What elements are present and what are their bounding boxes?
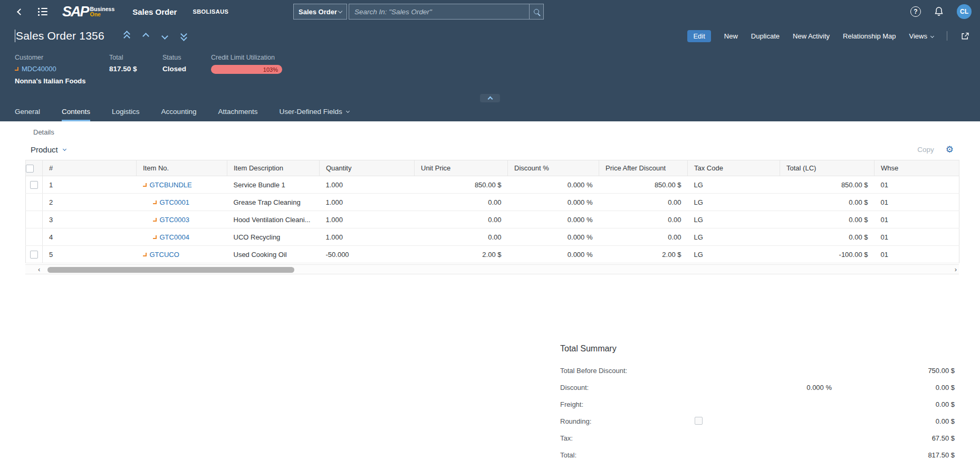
tab-attachments[interactable]: Attachments <box>218 102 257 121</box>
column-header-num[interactable]: # <box>43 160 137 176</box>
column-header-unit-price[interactable]: Unit Price <box>415 160 508 176</box>
tab-general[interactable]: General <box>15 102 40 121</box>
cell-total-lc: 0.00 $ <box>780 211 875 228</box>
column-header-price-after-discount[interactable]: Price After Discount <box>599 160 688 176</box>
object-title-row: Sales Order 1356 Edit New Duplicate New … <box>0 23 980 49</box>
notifications-button[interactable] <box>934 6 944 17</box>
table-row: 4 GTC0004 UCO Recycling 1.000 0.00 0.000… <box>26 228 959 246</box>
column-header-item-description[interactable]: Item Description <box>227 160 320 176</box>
tab-user-defined-fields[interactable]: User-Defined Fields <box>279 102 349 121</box>
cell-unit-price: 0.00 <box>415 194 508 211</box>
search-scope-select[interactable]: Sales Order <box>293 4 347 20</box>
cell-item-no: GTC0004 <box>137 228 227 246</box>
cell-tax-code: LG <box>688 211 780 228</box>
select-all-checkbox[interactable] <box>26 165 34 173</box>
column-header-quantity[interactable]: Quantity <box>320 160 415 176</box>
shell-right-icons: ? CL <box>910 0 972 23</box>
item-link[interactable]: GTCUCO <box>150 251 179 259</box>
fact-customer: Customer MDC40000 Nonna's Italian Foods <box>15 54 109 102</box>
cell-unit-price: 2.00 $ <box>415 246 508 263</box>
shell-search: Sales Order <box>293 4 544 20</box>
system-id: SBOLISAUS <box>193 8 228 15</box>
cell-item-description: Used Cooking Oil <box>227 246 320 263</box>
cell-item-no: GTCBUNDLE <box>137 176 227 194</box>
tab-bar: General Contents Logistics Accounting At… <box>0 102 980 121</box>
cell-item-description: Grease Trap Cleaning <box>227 194 320 211</box>
help-button[interactable]: ? <box>910 6 921 17</box>
cell-total-lc: 0.00 $ <box>780 228 875 246</box>
views-menu-button[interactable]: Views <box>909 32 934 40</box>
rounding-checkbox[interactable] <box>695 417 703 425</box>
cell-price-after-discount: 850.00 $ <box>599 176 688 194</box>
edit-button[interactable]: Edit <box>687 30 710 42</box>
table-row: 1 GTCBUNDLE Service Bundle 1 1.000 850.0… <box>26 176 959 194</box>
scroll-left-arrow[interactable]: ‹ <box>38 265 40 274</box>
cell-num: 2 <box>43 194 137 211</box>
menu-button[interactable] <box>38 5 50 18</box>
item-link[interactable]: GTCBUNDLE <box>150 181 192 189</box>
cell-item-description: Service Bundle 1 <box>227 176 320 194</box>
cell-quantity: -50.000 <box>320 246 415 263</box>
last-record-button[interactable] <box>181 32 186 40</box>
views-label: Views <box>909 32 927 40</box>
cell-num: 4 <box>43 228 137 246</box>
item-type-select[interactable]: Product <box>31 145 66 154</box>
rounding-value: 0.00 $ <box>936 417 955 425</box>
item-link[interactable]: GTC0004 <box>160 233 189 241</box>
line-items-table: # Item No. Item Description Quantity Uni… <box>25 160 959 263</box>
new-activity-button[interactable]: New Activity <box>793 32 830 40</box>
chevron-down-icon <box>346 109 350 113</box>
cell-num: 1 <box>43 176 137 194</box>
cell-price-after-discount: 0.00 <box>599 211 688 228</box>
nav-chevron-icon <box>143 253 147 256</box>
customer-code-link[interactable]: MDC40000 <box>22 65 56 73</box>
horizontal-scrollbar[interactable]: ‹ › <box>25 264 959 274</box>
duplicate-button[interactable]: Duplicate <box>751 32 780 40</box>
tab-logistics[interactable]: Logistics <box>112 102 140 121</box>
new-button[interactable]: New <box>724 32 738 40</box>
row-checkbox[interactable] <box>30 181 38 189</box>
first-record-button[interactable] <box>124 32 129 40</box>
tab-accounting[interactable]: Accounting <box>161 102 197 121</box>
column-header-tax-code[interactable]: Tax Code <box>688 160 780 176</box>
item-link[interactable]: GTC0003 <box>160 216 189 224</box>
chevron-up-icon <box>142 33 149 40</box>
copy-button[interactable]: Copy <box>917 146 934 154</box>
relationship-map-button[interactable]: Relationship Map <box>843 32 896 40</box>
horizontal-scrollbar-thumb[interactable] <box>47 267 294 273</box>
table-toolbar: Product Copy ⚙ <box>31 145 954 154</box>
column-header-total-lc[interactable]: Total (LC) <box>780 160 875 176</box>
scroll-right-arrow[interactable]: › <box>955 265 957 274</box>
page-title[interactable]: Sales Order 1356 <box>16 30 104 42</box>
credit-limit-label: Credit Limit Utilization <box>211 54 282 61</box>
user-avatar[interactable]: CL <box>957 4 972 19</box>
back-button[interactable] <box>14 5 26 18</box>
column-header-discount[interactable]: Discount % <box>508 160 599 176</box>
contents-tab-panel: Details Product Copy ⚙ # <box>0 128 980 463</box>
tab-contents[interactable]: Contents <box>62 102 90 121</box>
table-row: 3 GTC0003 Hood Ventilation Cleani... 1.0… <box>26 211 959 228</box>
cell-tax-code: LG <box>688 246 780 263</box>
next-record-button[interactable] <box>162 31 167 41</box>
column-header-whse[interactable]: Whse <box>875 160 959 176</box>
summary-row: Total Before Discount: 750.00 $ <box>560 362 955 379</box>
open-in-new-window-button[interactable] <box>960 32 969 41</box>
cell-quantity: 1.000 <box>320 194 415 211</box>
cell-num: 5 <box>43 246 137 263</box>
record-navigation <box>124 31 186 41</box>
table-settings-button[interactable]: ⚙ <box>946 145 954 154</box>
tax-value: 67.50 $ <box>932 434 955 442</box>
search-icon <box>534 9 539 14</box>
cell-discount: 0.000 % <box>508 194 599 211</box>
column-header-item-no[interactable]: Item No. <box>137 160 227 176</box>
search-button[interactable] <box>529 4 543 19</box>
total-label: Total <box>109 54 162 61</box>
cell-discount: 0.000 % <box>508 211 599 228</box>
collapse-header-button[interactable] <box>480 94 500 102</box>
search-input[interactable] <box>349 4 529 19</box>
item-link[interactable]: GTC0001 <box>160 198 189 206</box>
row-checkbox[interactable] <box>30 251 38 259</box>
logo-one-text: One <box>90 12 115 17</box>
total-value: 817.50 $ <box>109 65 162 73</box>
previous-record-button[interactable] <box>143 31 148 41</box>
